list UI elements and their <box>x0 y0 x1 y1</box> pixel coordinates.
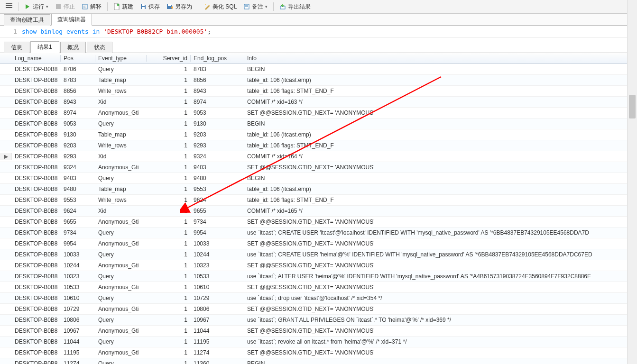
save-button[interactable]: 保存 <box>137 2 163 12</box>
table-row[interactable]: DESKTOP-B0B88974Anonymous_Gti19053SET @@… <box>0 108 637 118</box>
cell: DESKTOP-B0B8 <box>12 317 61 323</box>
cell: 9324 <box>61 164 95 171</box>
stop-button[interactable]: 停止 <box>52 2 78 12</box>
cell: Xid <box>95 99 147 105</box>
table-row[interactable]: DESKTOP-B0B89624Xid19655COMMIT /* xid=16… <box>0 206 637 217</box>
cell: 1 <box>147 197 191 203</box>
table-row[interactable]: DESKTOP-B0B89655Anonymous_Gti19734SET @@… <box>0 217 637 228</box>
new-file-icon: + <box>113 3 120 10</box>
col-log-name[interactable]: Log_name <box>12 55 61 62</box>
table-row[interactable]: DESKTOP-B0B89553Write_rows19624table_id:… <box>0 195 637 206</box>
cell: DESKTOP-B0B8 <box>12 338 61 345</box>
col-pos[interactable]: Pos <box>61 55 95 62</box>
table-row[interactable]: DESKTOP-B0B810033Query110244use `itcast`… <box>0 249 637 260</box>
cell: 11274 <box>61 360 95 364</box>
cell: 1 <box>147 66 191 73</box>
new-button[interactable]: + 新建 <box>111 2 136 12</box>
save-as-button[interactable]: 另存为 <box>164 2 195 12</box>
table-row[interactable]: ▶DESKTOP-B0B89293Xid19324COMMIT /* xid=1… <box>0 151 637 162</box>
notes-button[interactable]: 备注 ▾ <box>240 2 270 12</box>
export-icon <box>279 3 286 10</box>
table-row[interactable]: DESKTOP-B0B88856Write_rows18943table_id:… <box>0 86 637 97</box>
hamburger-icon <box>6 3 12 10</box>
cell: DESKTOP-B0B8 <box>12 88 61 94</box>
menu-button[interactable] <box>3 2 15 11</box>
cell: 1 <box>147 360 191 364</box>
table-row[interactable]: DESKTOP-B0B89954Anonymous_Gti110033SET @… <box>0 238 637 249</box>
cell: 9293 <box>191 142 244 149</box>
beautify-button[interactable]: 美化 SQL <box>201 2 240 12</box>
table-row[interactable]: DESKTOP-B0B88783Table_map18856table_id: … <box>0 75 637 86</box>
upper-tab[interactable]: 查询创建工具 <box>4 14 50 26</box>
cell: 9130 <box>191 120 244 127</box>
cell: 1 <box>147 240 191 247</box>
upper-tab[interactable]: 查询编辑器 <box>51 14 92 26</box>
cell: 9734 <box>61 229 95 236</box>
cell: 11360 <box>191 360 244 364</box>
cell: Write_rows <box>95 142 147 149</box>
cell: Query <box>95 120 147 127</box>
cell: use `itcast`; ALTER USER 'heima'@'%' IDE… <box>244 273 637 280</box>
explain-button[interactable]: E 解释 <box>79 2 104 12</box>
cell: Query <box>95 66 147 73</box>
cell: Write_rows <box>95 88 147 94</box>
cell: 1 <box>147 153 191 160</box>
cell: 9403 <box>61 175 95 182</box>
table-row[interactable]: DESKTOP-B0B811274Query111360BEGIN <box>0 358 637 364</box>
table-row[interactable]: DESKTOP-B0B89480Table_map19553table_id: … <box>0 184 637 195</box>
cell: 8974 <box>61 109 95 116</box>
table-row[interactable]: DESKTOP-B0B89130Table_map19203table_id: … <box>0 129 637 140</box>
svg-point-8 <box>205 4 206 5</box>
table-row[interactable]: DESKTOP-B0B810323Query110533use `itcast`… <box>0 271 637 282</box>
table-row[interactable]: DESKTOP-B0B810967Anonymous_Gti111044SET … <box>0 326 637 337</box>
results-grid: Log_name Pos Event_type Server_id End_lo… <box>0 53 637 364</box>
table-row[interactable]: DESKTOP-B0B88943Xid18974COMMIT /* xid=16… <box>0 97 637 108</box>
cell: 1 <box>147 164 191 171</box>
cell: DESKTOP-B0B8 <box>12 306 61 312</box>
table-row[interactable]: DESKTOP-B0B810806Query110967use `itcast`… <box>0 315 637 326</box>
export-button[interactable]: 导出结果 <box>277 2 314 12</box>
table-row[interactable]: DESKTOP-B0B810533Anonymous_Gti110610SET … <box>0 282 637 293</box>
table-row[interactable]: DESKTOP-B0B89403Query19480BEGIN <box>0 173 637 184</box>
cell: 9203 <box>191 131 244 138</box>
cell: SET @@SESSION.GTID_NEXT= 'ANONYMOUS' <box>244 262 637 269</box>
table-row[interactable]: DESKTOP-B0B810244Anonymous_Gti110323SET … <box>0 260 637 271</box>
cell: BEGIN <box>244 120 637 127</box>
col-event-type[interactable]: Event_type <box>95 55 147 62</box>
table-row[interactable]: DESKTOP-B0B811195Anonymous_Gti111274SET … <box>0 347 637 358</box>
sql-editor[interactable]: 1 show binlog events in 'DESKTOP-B0B82CP… <box>0 26 637 37</box>
cell: 9324 <box>191 153 244 160</box>
table-row[interactable]: DESKTOP-B0B89734Query19954use `itcast`; … <box>0 228 637 238</box>
lower-tab[interactable]: 状态 <box>87 42 112 53</box>
table-row[interactable]: DESKTOP-B0B88706Query18783BEGIN <box>0 64 637 75</box>
lower-tab[interactable]: 信息 <box>4 42 29 53</box>
cell: 1 <box>147 131 191 138</box>
table-row[interactable]: DESKTOP-B0B811044Query111195use `itcast`… <box>0 337 637 347</box>
cell: 1 <box>147 262 191 269</box>
cell: BEGIN <box>244 360 637 364</box>
cell: 9480 <box>61 186 95 192</box>
table-row[interactable]: DESKTOP-B0B810610Query110729use `itcast`… <box>0 293 637 304</box>
cell: BEGIN <box>244 175 637 182</box>
col-server-id[interactable]: Server_id <box>147 55 191 62</box>
cell: 9624 <box>191 197 244 203</box>
cell: DESKTOP-B0B8 <box>12 109 61 116</box>
cell: table_id: 106 flags: STMT_END_F <box>244 142 637 149</box>
cell: Xid <box>95 208 147 214</box>
cell: Anonymous_Gti <box>95 218 147 225</box>
table-row[interactable]: DESKTOP-B0B89053Query19130BEGIN <box>0 118 637 129</box>
table-row[interactable]: DESKTOP-B0B810729Anonymous_Gti110806SET … <box>0 304 637 315</box>
cell: 9734 <box>191 218 244 225</box>
table-row[interactable]: DESKTOP-B0B89324Anonymous_Gti19403SET @@… <box>0 162 637 173</box>
run-button[interactable]: 运行 ▾ <box>21 2 51 12</box>
col-end-log-pos[interactable]: End_log_pos <box>191 55 244 62</box>
cell: 1 <box>147 251 191 258</box>
cell: DESKTOP-B0B8 <box>12 262 61 269</box>
col-info[interactable]: Info <box>244 55 637 62</box>
lower-tab[interactable]: 概况 <box>60 42 86 53</box>
cell: 1 <box>147 338 191 345</box>
lower-tab[interactable]: 结果1 <box>30 41 59 53</box>
cell: 9954 <box>191 229 244 236</box>
vertical-scrollbar[interactable] <box>627 0 637 364</box>
table-row[interactable]: DESKTOP-B0B89203Write_rows19293table_id:… <box>0 140 637 151</box>
